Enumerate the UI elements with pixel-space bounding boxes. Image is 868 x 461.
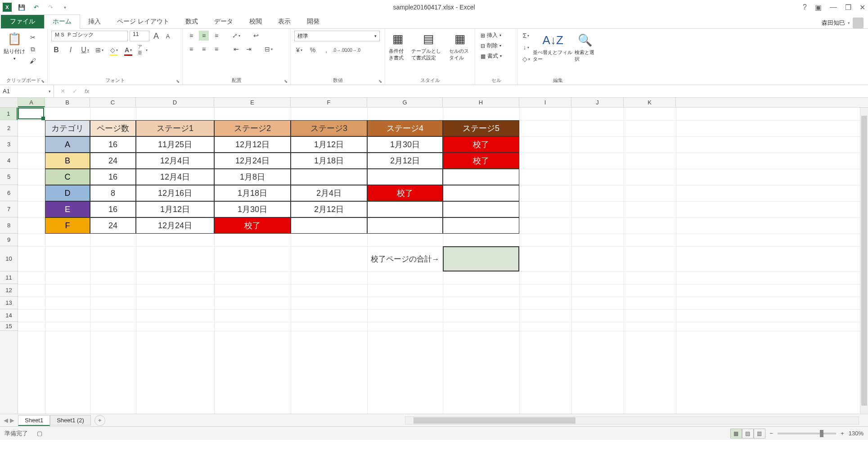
cell-D5[interactable]: 12月4日 xyxy=(136,169,214,185)
cell-E3[interactable]: 12月12日 xyxy=(214,136,291,153)
tab-developer[interactable]: 開発 xyxy=(299,15,328,28)
cell-H8[interactable] xyxy=(443,217,519,234)
find-select-button[interactable]: 🔍検索と選択 xyxy=(575,32,595,63)
row-header-15[interactable]: 15 xyxy=(0,322,18,331)
align-top-icon[interactable]: ≡ xyxy=(186,31,196,41)
close-icon[interactable]: ✕ xyxy=(859,3,865,12)
tab-home[interactable]: ホーム xyxy=(44,14,80,29)
vertical-scrollbar[interactable] xyxy=(860,108,868,414)
ribbon-options-icon[interactable]: ▣ xyxy=(815,3,822,12)
cell-B7[interactable]: E xyxy=(45,201,90,217)
cell-G6[interactable]: 校了 xyxy=(367,185,443,201)
redo-icon[interactable]: ↷ xyxy=(45,2,56,13)
save-icon[interactable]: 💾 xyxy=(16,2,27,13)
normal-view-icon[interactable]: ▦ xyxy=(730,429,742,438)
column-header-F[interactable]: F xyxy=(291,98,367,107)
fill-icon[interactable]: ↓ xyxy=(521,42,531,52)
clear-icon[interactable]: ◇ xyxy=(521,54,531,64)
sheet-nav-prev-icon[interactable]: ◀ xyxy=(4,417,8,424)
cell-F3[interactable]: 1月12日 xyxy=(291,136,367,153)
cell-C6[interactable]: 8 xyxy=(90,185,136,201)
cell-G3[interactable]: 1月30日 xyxy=(367,136,443,153)
format-as-table-button[interactable]: ▤テーブルとして書式設定 xyxy=(411,31,446,61)
phonetic-button[interactable]: ア亜 xyxy=(138,45,148,55)
formula-input[interactable] xyxy=(117,85,868,97)
help-icon[interactable]: ? xyxy=(803,3,807,11)
row-header-3[interactable]: 3 xyxy=(0,136,18,153)
select-all-corner[interactable] xyxy=(0,98,18,107)
cell-H10[interactable] xyxy=(443,246,519,271)
user-name[interactable]: 森田知巳 xyxy=(822,19,845,27)
autosum-icon[interactable]: Σ xyxy=(521,31,531,41)
cell-E2[interactable]: ステージ2 xyxy=(214,120,291,136)
cell-G2[interactable]: ステージ4 xyxy=(367,120,443,136)
cell-C4[interactable]: 24 xyxy=(90,153,136,169)
column-header-H[interactable]: H xyxy=(443,98,519,107)
cell-E7[interactable]: 1月30日 xyxy=(214,201,291,217)
cell-E4[interactable]: 12月24日 xyxy=(214,153,291,169)
format-cells-button[interactable]: ▦ 書式 ▾ xyxy=(479,51,513,61)
format-painter-icon[interactable]: 🖌 xyxy=(28,56,38,66)
cell-D3[interactable]: 11月25日 xyxy=(136,136,214,153)
row-header-11[interactable]: 11 xyxy=(0,271,18,284)
align-right-icon[interactable]: ≡ xyxy=(211,44,221,54)
merge-cells-icon[interactable]: ⊟ xyxy=(264,44,274,54)
cell-B3[interactable]: A xyxy=(45,136,90,153)
column-header-I[interactable]: I xyxy=(519,98,571,107)
cell-D7[interactable]: 1月12日 xyxy=(136,201,214,217)
decrease-decimal-icon[interactable]: .00→.0 xyxy=(348,45,358,55)
qat-more-icon[interactable]: ▾ xyxy=(59,2,70,13)
macro-record-icon[interactable]: ▢ xyxy=(37,430,42,437)
cell-D4[interactable]: 12月4日 xyxy=(136,153,214,169)
zoom-out-icon[interactable]: − xyxy=(770,430,774,437)
cell-styles-button[interactable]: ▦セルのスタイル xyxy=(449,31,471,61)
cell-G7[interactable] xyxy=(367,201,443,217)
row-header-7[interactable]: 7 xyxy=(0,201,18,217)
decrease-indent-icon[interactable]: ⇤ xyxy=(231,44,241,54)
row-header-2[interactable]: 2 xyxy=(0,120,18,136)
bold-button[interactable]: B xyxy=(51,45,61,55)
font-color-button[interactable]: A xyxy=(123,45,133,55)
delete-cells-button[interactable]: ⊟ 削除 ▾ xyxy=(479,41,513,50)
add-sheet-button[interactable]: + xyxy=(94,415,105,426)
fill-color-button[interactable]: ◇ xyxy=(109,45,119,55)
cut-icon[interactable]: ✂ xyxy=(28,32,38,42)
cell-F6[interactable]: 2月4日 xyxy=(291,185,367,201)
cell-B2[interactable]: カテゴリ xyxy=(45,120,90,136)
tab-page-layout[interactable]: ページ レイアウト xyxy=(109,15,177,28)
tab-review[interactable]: 校閲 xyxy=(241,15,270,28)
cell-G4[interactable]: 2月12日 xyxy=(367,153,443,169)
cell-G8[interactable] xyxy=(367,217,443,234)
row-header-14[interactable]: 14 xyxy=(0,309,18,322)
cell-F7[interactable]: 2月12日 xyxy=(291,201,367,217)
column-header-A[interactable]: A xyxy=(18,98,45,107)
cell-B8[interactable]: F xyxy=(45,217,90,234)
zoom-level[interactable]: 130% xyxy=(849,430,864,437)
cell-F4[interactable]: 1月18日 xyxy=(291,153,367,169)
cancel-formula-icon[interactable]: ✕ xyxy=(58,88,68,95)
cell-H6[interactable] xyxy=(443,185,519,201)
insert-cells-button[interactable]: ⊞ 挿入 ▾ xyxy=(479,31,513,40)
tab-file[interactable]: ファイル xyxy=(1,15,44,28)
cell-B5[interactable]: C xyxy=(45,169,90,185)
column-header-D[interactable]: D xyxy=(136,98,214,107)
sheet-tab-2[interactable]: Sheet1 (2) xyxy=(50,415,91,425)
cell-B4[interactable]: B xyxy=(45,153,90,169)
maximize-icon[interactable]: ❐ xyxy=(845,3,851,12)
horizontal-scrollbar[interactable] xyxy=(405,416,859,425)
sheet-nav-next-icon[interactable]: ▶ xyxy=(10,417,14,424)
zoom-slider[interactable] xyxy=(778,433,836,434)
align-center-icon[interactable]: ≡ xyxy=(199,44,209,54)
tab-formulas[interactable]: 数式 xyxy=(177,15,206,28)
row-header-8[interactable]: 8 xyxy=(0,217,18,234)
cell-C2[interactable]: ページ数 xyxy=(90,120,136,136)
worksheet-grid[interactable]: 123456789101112131415 カテゴリページ数ステージ1ステージ2… xyxy=(0,108,868,414)
cell-H2[interactable]: ステージ5 xyxy=(443,120,519,136)
cell-D2[interactable]: ステージ1 xyxy=(136,120,214,136)
column-header-C[interactable]: C xyxy=(90,98,136,107)
cell-D6[interactable]: 12月16日 xyxy=(136,185,214,201)
increase-indent-icon[interactable]: ⇥ xyxy=(244,44,254,54)
cell-C5[interactable]: 16 xyxy=(90,169,136,185)
minimize-icon[interactable]: — xyxy=(830,3,837,11)
font-name-select[interactable]: ＭＳ Ｐゴシック xyxy=(51,31,128,41)
